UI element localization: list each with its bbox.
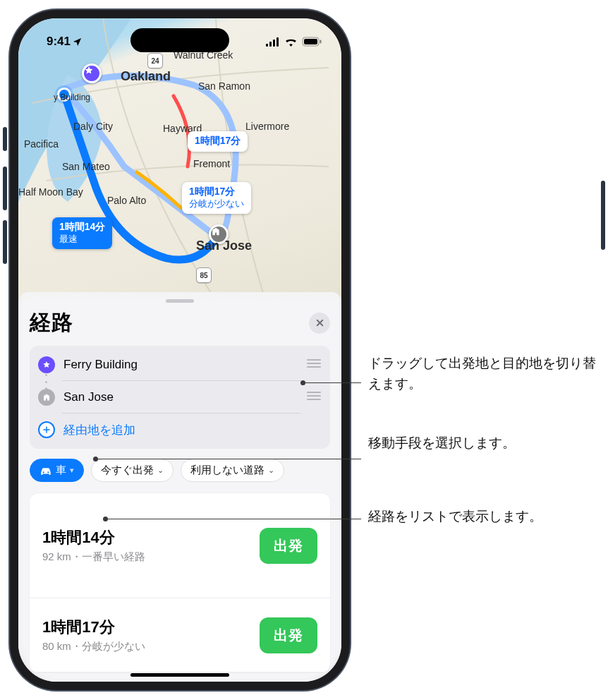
route-callout-primary[interactable]: 1時間14分 最速 xyxy=(52,217,112,249)
close-button[interactable] xyxy=(309,313,330,334)
map-label-ferry: y Building xyxy=(54,92,90,102)
annotation-list: 経路をリストで表示します。 xyxy=(368,506,542,526)
svg-rect-3 xyxy=(276,37,279,47)
route-shield-85: 85 xyxy=(196,267,212,283)
cellular-icon xyxy=(266,37,280,47)
route-meta: 80 km・分岐が少ない xyxy=(42,640,145,653)
waypoint-row-start[interactable]: Ferry Building xyxy=(30,349,330,381)
waypoint-start-label: Ferry Building xyxy=(63,358,306,372)
waypoint-end-label: San Jose xyxy=(63,390,306,404)
go-button[interactable]: 出発 xyxy=(260,528,317,564)
origin-pin-icon[interactable] xyxy=(82,64,102,83)
status-time: 9:41 xyxy=(47,35,71,49)
option-chips: 車 ▾ 今すぐ出発 ⌄ 利用しない道路 ⌄ xyxy=(30,459,330,482)
map-label-paloalto: Palo Alto xyxy=(107,195,146,206)
map-label-fremont: Fremont xyxy=(193,158,230,169)
mode-chip[interactable]: 車 ▾ xyxy=(30,459,84,482)
map-label-livermore: Livermore xyxy=(245,121,289,132)
route-time: 1時間17分 xyxy=(42,617,145,638)
chevron-down-icon: ▾ xyxy=(70,466,74,475)
route-list: 1時間14分 92 km・一番早い経路 出発 1時間17分 80 km・分岐が少… xyxy=(30,493,330,672)
location-arrow-icon xyxy=(72,37,83,47)
reorder-handle-icon[interactable] xyxy=(306,358,322,371)
waypoint-row-end[interactable]: San Jose xyxy=(30,381,330,414)
waypoints-card: Ferry Building xyxy=(30,346,330,449)
add-stop-label: 経由地を追加 xyxy=(63,422,322,438)
annotation-mode: 移動手段を選択します。 xyxy=(368,433,516,453)
chevron-down-icon: ⌄ xyxy=(268,466,274,475)
map-label-sanjose: San Jose xyxy=(196,239,252,253)
svg-rect-5 xyxy=(304,39,317,44)
map-label-oakland: Oakland xyxy=(121,69,171,84)
directions-sheet[interactable]: 経路 Ferry Building xyxy=(18,292,341,682)
route-callout-alt2[interactable]: 1時間17分 分岐が少ない xyxy=(182,182,251,214)
svg-rect-1 xyxy=(269,42,272,47)
building-icon xyxy=(38,389,55,406)
map-label-dalycity: Daly City xyxy=(73,121,113,132)
dynamic-island xyxy=(130,28,229,52)
chevron-down-icon: ⌄ xyxy=(157,466,164,475)
car-icon xyxy=(39,466,52,476)
battery-icon xyxy=(302,37,322,47)
annotation-drag: ドラッグして出発地と目的地を切り替えます。 xyxy=(368,353,601,394)
close-icon xyxy=(315,318,324,327)
sheet-grabber[interactable] xyxy=(166,299,194,303)
depart-time-chip[interactable]: 今すぐ出発 ⌄ xyxy=(91,459,174,482)
avoid-chip[interactable]: 利用しない道路 ⌄ xyxy=(181,459,284,482)
home-indicator[interactable] xyxy=(130,673,229,677)
map-label-pacifica: Pacifica xyxy=(24,138,59,150)
svg-rect-0 xyxy=(266,44,268,47)
map-label-sanramon: San Ramon xyxy=(198,80,250,92)
sheet-title: 経路 xyxy=(30,308,73,337)
plus-icon xyxy=(38,421,55,438)
reorder-handle-icon[interactable] xyxy=(306,391,322,404)
route-callout-alt1[interactable]: 1時間17分 xyxy=(188,131,248,152)
svg-rect-2 xyxy=(273,40,275,47)
go-button[interactable]: 出発 xyxy=(260,617,317,653)
star-icon xyxy=(38,356,55,373)
route-meta: 92 km・一番早い経路 xyxy=(42,550,145,564)
map-label-halfmoon: Half Moon Bay xyxy=(18,186,83,198)
phone-frame: 9:41 xyxy=(10,10,350,690)
map-view[interactable]: Oakland Walnut Creek San Ramon Hayward L… xyxy=(18,18,341,301)
map-label-sanmateo: San Mateo xyxy=(62,161,110,172)
route-item[interactable]: 1時間14分 92 km・一番早い経路 出発 xyxy=(30,493,330,598)
route-item[interactable]: 1時間17分 80 km・分岐が少ない 出発 xyxy=(30,598,330,672)
route-time: 1時間14分 xyxy=(42,527,145,548)
wifi-icon xyxy=(284,37,298,47)
svg-rect-6 xyxy=(320,40,322,44)
add-stop-button[interactable]: 経由地を追加 xyxy=(30,414,330,446)
